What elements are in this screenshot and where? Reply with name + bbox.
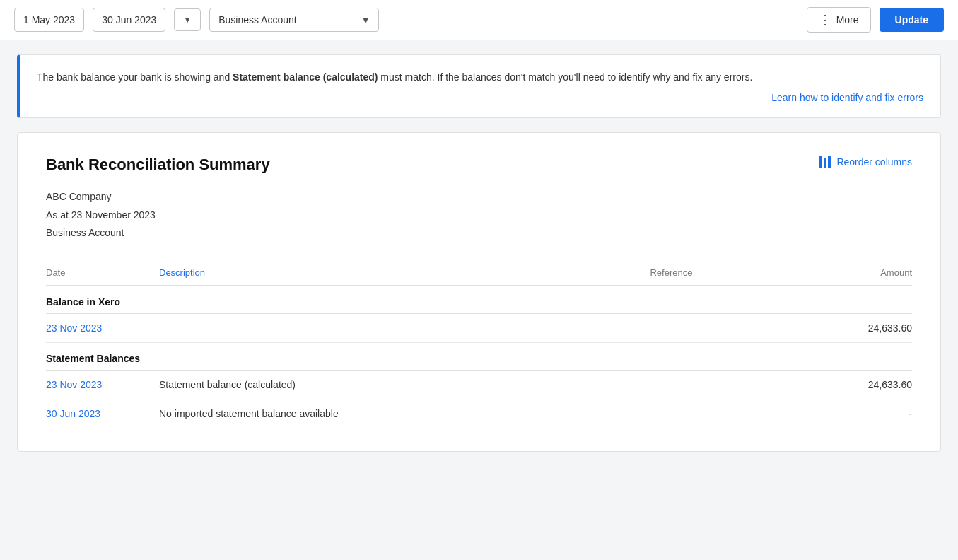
row-reference xyxy=(650,399,791,428)
info-text-bold: Statement balance (calculated) xyxy=(233,71,378,83)
info-text-part1: The bank balance your bank is showing an… xyxy=(37,71,233,83)
card-title: Bank Reconciliation Summary xyxy=(46,156,270,174)
company-info: ABC Company As at 23 November 2023 Busin… xyxy=(46,188,912,242)
section-label-0: Balance in Xero xyxy=(46,286,912,314)
row-date: 23 Nov 2023 xyxy=(46,313,159,342)
summary-card: Bank Reconciliation Summary Reorder colu… xyxy=(17,132,941,452)
chevron-down-icon: ▼ xyxy=(183,15,192,25)
toolbar: 1 May 2023 30 Jun 2023 ▼ Business Accoun… xyxy=(0,0,958,40)
row-reference xyxy=(650,313,791,342)
info-banner-text: The bank balance your bank is showing an… xyxy=(37,69,923,85)
more-button[interactable]: ⋮ More xyxy=(807,7,871,33)
section-header: Balance in Xero xyxy=(46,286,912,314)
account-select-wrapper: Business Account ▼ xyxy=(209,8,379,32)
table-header: Date Description Reference Amount xyxy=(46,262,912,286)
more-label: More xyxy=(836,14,859,25)
company-name: ABC Company xyxy=(46,188,912,206)
date-column-header: Date xyxy=(46,262,159,286)
table-body: Balance in Xero23 Nov 202324,633.60State… xyxy=(46,286,912,428)
as-at-date: As at 23 November 2023 xyxy=(46,206,912,224)
row-date: 30 Jun 2023 xyxy=(46,399,159,428)
table-row: 30 Jun 2023No imported statement balance… xyxy=(46,399,912,428)
page-wrapper: 1 May 2023 30 Jun 2023 ▼ Business Accoun… xyxy=(0,0,958,560)
row-amount: 24,633.60 xyxy=(791,370,912,399)
content-area: The bank balance your bank is showing an… xyxy=(0,40,958,466)
date-range-dropdown[interactable]: ▼ xyxy=(174,8,201,31)
amount-column-header: Amount xyxy=(791,262,912,286)
row-description: Statement balance (calculated) xyxy=(159,370,650,399)
section-header: Statement Balances xyxy=(46,342,912,370)
reference-column-header: Reference xyxy=(650,262,791,286)
row-description: No imported statement balance available xyxy=(159,399,650,428)
row-description xyxy=(159,313,650,342)
card-header: Bank Reconciliation Summary Reorder colu… xyxy=(46,156,912,174)
row-amount: 24,633.60 xyxy=(791,313,912,342)
date-from-input[interactable]: 1 May 2023 xyxy=(14,8,84,32)
description-column-header: Description xyxy=(159,262,650,286)
reorder-columns-icon xyxy=(819,156,831,168)
learn-link[interactable]: Learn how to identify and fix errors xyxy=(37,92,923,103)
row-date: 23 Nov 2023 xyxy=(46,370,159,399)
info-banner: The bank balance your bank is showing an… xyxy=(17,54,941,118)
row-reference xyxy=(650,370,791,399)
reorder-columns-button[interactable]: Reorder columns xyxy=(819,156,912,168)
account-select[interactable]: Business Account xyxy=(209,8,379,32)
more-dots-icon: ⋮ xyxy=(819,13,832,26)
table-row: 23 Nov 2023Statement balance (calculated… xyxy=(46,370,912,399)
update-button[interactable]: Update xyxy=(880,8,944,32)
account-name: Business Account xyxy=(46,224,912,242)
section-label-1: Statement Balances xyxy=(46,342,912,370)
header-row: Date Description Reference Amount xyxy=(46,262,912,286)
reorder-label: Reorder columns xyxy=(836,156,912,168)
table-row: 23 Nov 202324,633.60 xyxy=(46,313,912,342)
row-amount: - xyxy=(791,399,912,428)
info-text-part2: must match. If the balances don't match … xyxy=(378,71,752,83)
date-to-input[interactable]: 30 Jun 2023 xyxy=(93,8,165,32)
summary-table: Date Description Reference Amount Balanc… xyxy=(46,262,912,428)
